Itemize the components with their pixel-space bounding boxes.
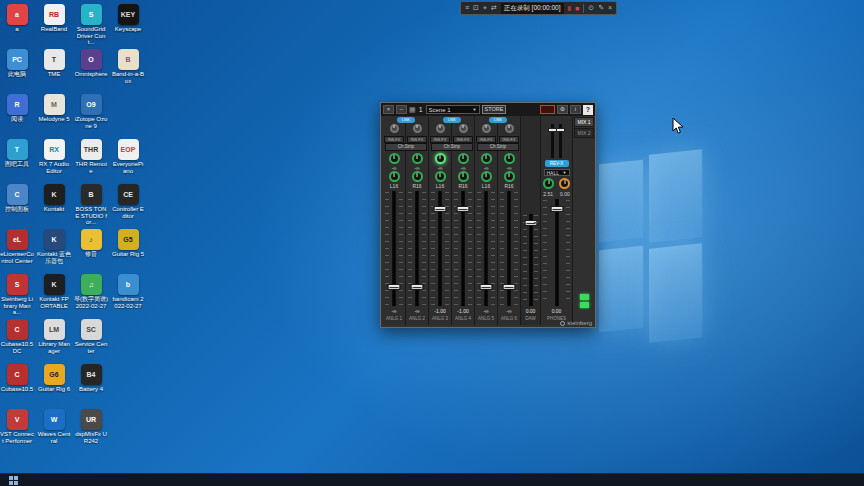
desktop-icon[interactable]: G5 Guitar Rig 5 <box>111 229 145 273</box>
desktop-icon[interactable]: B BOSS TONE STUDIO for... <box>74 184 108 228</box>
fader-cap[interactable] <box>411 284 424 290</box>
hpf-knob[interactable] <box>390 124 399 133</box>
desktop-icon[interactable]: C Cubase10.5 <box>0 364 34 408</box>
desktop-icon[interactable]: C Cubase10.5 DC <box>0 319 34 363</box>
channel-fader[interactable] <box>498 189 520 308</box>
info-button[interactable]: i <box>570 105 581 114</box>
desktop-icon[interactable]: a a <box>0 4 34 48</box>
revx-send-knob[interactable] <box>458 153 469 164</box>
insert-fx-button[interactable]: INS.FX <box>453 136 473 143</box>
screen-icon[interactable]: ⊡ <box>473 2 479 14</box>
rev-x-button[interactable]: REV-X <box>545 160 569 167</box>
desktop-icon[interactable]: ♪ 修音 <box>74 229 108 273</box>
channel-strip-button[interactable]: Ch.Strip <box>477 143 519 151</box>
revx-send-knob[interactable] <box>504 153 515 164</box>
desktop-icon[interactable]: eL eLicenserControl Center <box>0 229 34 273</box>
menu-icon[interactable]: ≡ <box>465 2 469 14</box>
store-button[interactable]: STORE <box>482 105 507 114</box>
desktop-icon[interactable]: T TME <box>37 49 71 93</box>
desktop-icon[interactable]: B Band-in-a-Box <box>111 49 145 93</box>
pan-knob[interactable] <box>481 171 492 182</box>
fader-cap[interactable] <box>503 284 516 290</box>
arrows-icon[interactable]: ⇄ <box>491 2 497 14</box>
channel-fader[interactable] <box>475 189 497 308</box>
pan-knob[interactable] <box>435 171 446 182</box>
draw-button[interactable]: ✎ <box>598 2 604 14</box>
desktop-icon[interactable]: PC 此电脑 <box>0 49 34 93</box>
channel-strip-button[interactable]: Ch.Strip <box>431 143 473 151</box>
pan-knob[interactable] <box>504 171 515 182</box>
channel-fader[interactable] <box>406 189 428 308</box>
channel-fader[interactable] <box>452 189 474 308</box>
channel-strip-button[interactable]: Ch.Strip <box>385 143 427 151</box>
channel-fader[interactable] <box>383 189 405 308</box>
desktop-icon[interactable]: V VST Connect Performer <box>0 409 34 453</box>
insert-fx-button[interactable]: INS.FX <box>430 136 450 143</box>
stop-button[interactable]: ■ <box>575 5 579 12</box>
fader-cap[interactable] <box>457 206 470 212</box>
desktop-icon[interactable]: S Steinberg Library Mana... <box>0 274 34 318</box>
channel-fader[interactable] <box>429 189 451 308</box>
fader-cap[interactable] <box>434 206 447 212</box>
desktop-icon[interactable]: RB RealBand <box>37 4 71 48</box>
reverb-type-select[interactable]: HALL ▼ <box>544 169 570 176</box>
pan-knob[interactable] <box>458 171 469 182</box>
mix-tab[interactable]: MIX 2 <box>574 128 594 138</box>
link-badge[interactable]: LINK <box>397 117 415 123</box>
hpf-knob[interactable] <box>482 124 491 133</box>
revx-send-knob[interactable] <box>435 153 446 164</box>
reverb-time-knob[interactable] <box>543 178 554 189</box>
master-fader[interactable] <box>541 197 572 308</box>
desktop-icon[interactable]: CE Controller Editor <box>111 184 145 228</box>
desktop-icon[interactable]: THR THR Remote <box>74 139 108 183</box>
desktop-icon[interactable]: EOP EveryonePiano <box>111 139 145 183</box>
pause-button[interactable]: ‖ <box>568 5 571 12</box>
pan-knob[interactable] <box>412 171 423 182</box>
hpf-knob[interactable] <box>459 124 468 133</box>
hpf-knob[interactable] <box>505 124 514 133</box>
hpf-knob[interactable] <box>413 124 422 133</box>
pan-knob[interactable] <box>389 171 400 182</box>
desktop-icon[interactable]: G6 Guitar Rig 6 <box>37 364 71 408</box>
settings-button[interactable]: ⚙ <box>557 105 568 114</box>
desktop-icon[interactable]: S SoundGrid Driver Cont... <box>74 4 108 48</box>
desktop-icon[interactable]: C 控制面板 <box>0 184 34 228</box>
desktop-icon[interactable]: K Kontakt <box>37 184 71 228</box>
revx-send-knob[interactable] <box>389 153 400 164</box>
desktop-icon[interactable]: O Omnisphere <box>74 49 108 93</box>
mix-tab[interactable]: MIX 1 <box>574 117 594 127</box>
link-badge[interactable]: LINK <box>489 117 507 123</box>
desktop-icon[interactable]: ♫ 琴(数字简谱) 2022-02-27 <box>74 274 108 318</box>
window-minimize-button[interactable]: – <box>396 105 407 114</box>
camera-button[interactable]: ⊙ <box>588 2 594 14</box>
revx-send-knob[interactable] <box>481 153 492 164</box>
desktop-icon[interactable]: b bandicam 2022-02-27 <box>111 274 145 318</box>
scene-grid-icon[interactable]: ▦ <box>409 106 416 114</box>
desktop-icon[interactable]: K Kontakt FP ORTABLE <box>37 274 71 318</box>
hpf-knob[interactable] <box>436 124 445 133</box>
desktop-icon[interactable]: W Waves Central <box>37 409 71 453</box>
insert-fx-button[interactable]: INS.FX <box>407 136 427 143</box>
desktop-icon[interactable]: UR dspMixFx UR242 <box>74 409 108 453</box>
scene-select[interactable]: Scene 1 ▼ <box>426 105 480 114</box>
help-button[interactable]: ? <box>583 105 593 115</box>
desktop-icon[interactable]: K Kontakt 蓝色乐器包 <box>37 229 71 273</box>
fader-cap[interactable] <box>388 284 401 290</box>
desktop-icon[interactable]: T 图吧工具 <box>0 139 34 183</box>
desktop-icon[interactable]: R 阅读 <box>0 94 34 138</box>
close-button[interactable]: × <box>608 2 612 14</box>
alert-indicator-button[interactable] <box>540 105 555 114</box>
revx-send-knob[interactable] <box>412 153 423 164</box>
desktop-icon[interactable]: KEY Keyscape <box>111 4 145 48</box>
desktop-icon[interactable]: RX RX 7 Audio Editor <box>37 139 71 183</box>
desktop-icon[interactable]: SC Service Center <box>74 319 108 363</box>
insert-fx-button[interactable]: INS.FX <box>499 136 519 143</box>
desktop-icon[interactable]: LM Library Manager <box>37 319 71 363</box>
window-close-button[interactable]: × <box>383 105 394 114</box>
start-button[interactable] <box>0 474 26 486</box>
fader-cap[interactable] <box>480 284 493 290</box>
desktop-icon[interactable]: B4 Battery 4 <box>74 364 108 408</box>
target-icon[interactable]: ⌖ <box>483 2 487 14</box>
fader-cap[interactable] <box>524 220 537 226</box>
insert-fx-button[interactable]: INS.FX <box>476 136 496 143</box>
